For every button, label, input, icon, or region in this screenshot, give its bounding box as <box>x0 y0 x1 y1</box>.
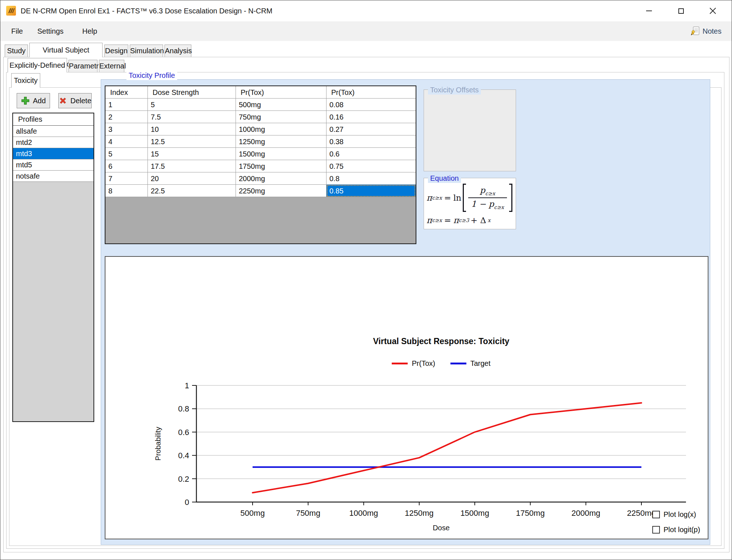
profiles-listbox: Profiles allsafe mtd2 mtd3 mtd5 notsafe <box>12 113 94 422</box>
tab-simulation[interactable]: Simulation <box>130 45 163 57</box>
table-cell[interactable]: 15 <box>148 148 236 160</box>
svg-text:1: 1 <box>185 381 189 390</box>
profile-item-mtd3[interactable]: mtd3 <box>13 148 93 159</box>
minimize-icon <box>646 11 652 11</box>
table-cell[interactable]: 2250mg <box>236 185 327 197</box>
col-header-dose-strength: Dose Strength <box>148 86 236 99</box>
minimize-button[interactable] <box>637 0 661 21</box>
table-cell[interactable]: 0.6 <box>327 148 416 160</box>
toxicity-table: Index Dose Strength Pr(Tox) Pr(Tox) 1 5 … <box>105 85 416 244</box>
svg-text:0.4: 0.4 <box>178 451 189 460</box>
toxicity-offsets-group-label: Toxicity Offsets <box>428 85 481 95</box>
table-cell[interactable]: 12.5 <box>148 135 236 148</box>
plot-logx-option[interactable]: Plot log(x) <box>652 510 696 519</box>
plot-logx-checkbox[interactable] <box>652 511 660 518</box>
delete-label: Delete <box>70 97 91 105</box>
profile-item-mtd2[interactable]: mtd2 <box>13 137 93 148</box>
plot-logx-label: Plot log(x) <box>664 510 696 519</box>
add-plus-icon <box>21 96 30 105</box>
svg-text:2000mg: 2000mg <box>571 509 600 518</box>
table-cell[interactable]: 0.38 <box>327 135 416 148</box>
table-cell[interactable]: 0.27 <box>327 123 416 135</box>
menu-settings[interactable]: Settings <box>36 21 65 41</box>
table-cell[interactable]: 1 <box>105 99 148 111</box>
svg-text:0: 0 <box>185 498 189 507</box>
close-button[interactable] <box>701 0 724 21</box>
delete-button[interactable]: Delete <box>58 93 92 108</box>
svg-text:1500mg: 1500mg <box>460 509 489 518</box>
svg-text:Dose: Dose <box>433 524 450 532</box>
table-cell-selected[interactable]: 0.85 <box>327 185 416 197</box>
menu-help[interactable]: Help <box>81 21 99 41</box>
tab-study[interactable]: Study <box>5 45 28 57</box>
profile-item-allsafe[interactable]: allsafe <box>13 126 93 137</box>
maximize-button[interactable] <box>669 0 693 21</box>
table-cell[interactable]: 10 <box>148 123 236 135</box>
table-cell[interactable]: 1500mg <box>236 148 327 160</box>
table-cell[interactable]: 2 <box>105 111 148 123</box>
tab-parametric[interactable]: Parametric <box>68 60 97 72</box>
chart-panel: Virtual Subject Response: Toxicity Pr(To… <box>105 256 708 539</box>
notes-button[interactable]: Notes <box>690 21 721 41</box>
tab-analysis[interactable]: Analysis <box>165 45 191 57</box>
svg-text:1750mg: 1750mg <box>516 509 545 518</box>
maximize-icon <box>678 8 684 14</box>
app-icon <box>6 6 16 16</box>
table-cell[interactable]: 0.75 <box>327 160 416 172</box>
svg-text:1250mg: 1250mg <box>405 509 434 518</box>
svg-text:2250mg: 2250mg <box>627 509 656 518</box>
table-cell[interactable]: 7.5 <box>148 111 236 123</box>
table-cell[interactable]: 0.16 <box>327 111 416 123</box>
menu-file[interactable]: File <box>10 21 24 41</box>
add-button[interactable]: Add <box>17 93 50 108</box>
plot-logitp-option[interactable]: Plot logit(p) <box>652 526 700 534</box>
table-cell[interactable]: 2000mg <box>236 172 327 185</box>
table-cell[interactable]: 0.8 <box>327 172 416 185</box>
tab-virtual-subject-response[interactable]: Virtual Subject Response <box>29 43 103 57</box>
delete-x-icon <box>59 96 67 105</box>
table-cell[interactable]: 1750mg <box>236 160 327 172</box>
close-icon <box>710 8 716 14</box>
col-header-prtox: Pr(Tox) <box>327 86 416 99</box>
svg-text:0.8: 0.8 <box>178 404 189 413</box>
table-cell[interactable]: 20 <box>148 172 236 185</box>
window-title: DE N-CRM Open Enrol Ex1 - FACTS™ v6.3 Do… <box>21 0 273 21</box>
table-cell[interactable]: 3 <box>105 123 148 135</box>
toxicity-chart-svg: 00.20.40.60.81500mg750mg1000mg1250mg1500… <box>105 257 709 540</box>
left-bracket <box>463 184 466 212</box>
svg-text:Probability: Probability <box>154 427 162 460</box>
profile-item-notsafe[interactable]: notsafe <box>13 171 93 182</box>
table-cell[interactable]: 8 <box>105 185 148 197</box>
col-header-prtox-dose: Pr(Tox) <box>236 86 327 99</box>
table-cell[interactable]: 1000mg <box>236 123 327 135</box>
table-cell[interactable]: 22.5 <box>148 185 236 197</box>
menu-bar: File Settings Help Notes <box>0 21 732 41</box>
table-cell[interactable]: 5 <box>148 99 236 111</box>
table-cell[interactable]: 6 <box>105 160 148 172</box>
table-cell[interactable]: 750mg <box>236 111 327 123</box>
table-cell[interactable]: 7 <box>105 172 148 185</box>
notes-icon <box>690 26 700 37</box>
equation-line-2: πc≥x = πc≥3 + Δx <box>427 215 491 226</box>
table-cell[interactable]: 4 <box>105 135 148 148</box>
tab-explicitly-defined[interactable]: Explicitly-Defined <box>8 58 67 72</box>
table-cell[interactable]: 1250mg <box>236 135 327 148</box>
table-cell[interactable]: 17.5 <box>148 160 236 172</box>
toxicity-profile-group-label: Toxicity Profile <box>126 71 177 80</box>
notes-label: Notes <box>703 27 721 35</box>
svg-text:500mg: 500mg <box>240 509 265 518</box>
table-cell[interactable]: 500mg <box>236 99 327 111</box>
plot-logitp-checkbox[interactable] <box>652 526 660 534</box>
svg-text:0.6: 0.6 <box>178 428 189 437</box>
plot-logitp-label: Plot logit(p) <box>664 526 700 534</box>
table-cell[interactable]: 5 <box>105 148 148 160</box>
svg-text:750mg: 750mg <box>296 509 320 518</box>
tab-external[interactable]: External <box>99 60 124 72</box>
table-cell[interactable]: 0.08 <box>327 99 416 111</box>
profiles-header: Profiles <box>13 113 93 126</box>
application-window: DE N-CRM Open Enrol Ex1 - FACTS™ v6.3 Do… <box>0 0 732 560</box>
tab-toxicity[interactable]: Toxicity <box>11 73 40 88</box>
add-label: Add <box>33 97 46 105</box>
profile-item-mtd5[interactable]: mtd5 <box>13 159 93 171</box>
tab-design[interactable]: Design <box>104 45 128 57</box>
